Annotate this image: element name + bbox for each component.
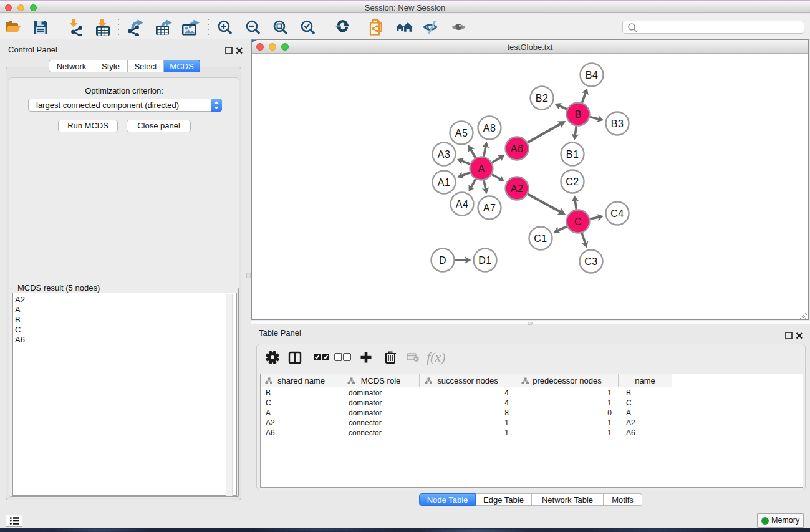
svg-text:B: B: [574, 109, 581, 120]
svg-text:A3: A3: [438, 149, 451, 160]
svg-text:A6: A6: [511, 143, 524, 154]
svg-text:A4: A4: [456, 199, 469, 210]
svg-text:C3: C3: [584, 256, 597, 267]
svg-text:A8: A8: [483, 123, 496, 133]
svg-text:C1: C1: [534, 233, 547, 244]
svg-text:C: C: [574, 216, 582, 227]
svg-text:A5: A5: [455, 128, 468, 138]
svg-text:B1: B1: [566, 149, 579, 160]
svg-text:A: A: [478, 163, 485, 174]
svg-text:B3: B3: [611, 118, 624, 129]
svg-text:C4: C4: [610, 208, 624, 219]
svg-text:A2: A2: [511, 183, 524, 194]
svg-text:B4: B4: [586, 70, 599, 80]
svg-text:D: D: [439, 255, 446, 266]
svg-text:A1: A1: [438, 177, 451, 188]
svg-text:A7: A7: [483, 203, 496, 213]
svg-text:D1: D1: [478, 255, 491, 266]
svg-text:C2: C2: [566, 177, 579, 187]
svg-text:B2: B2: [536, 93, 549, 104]
